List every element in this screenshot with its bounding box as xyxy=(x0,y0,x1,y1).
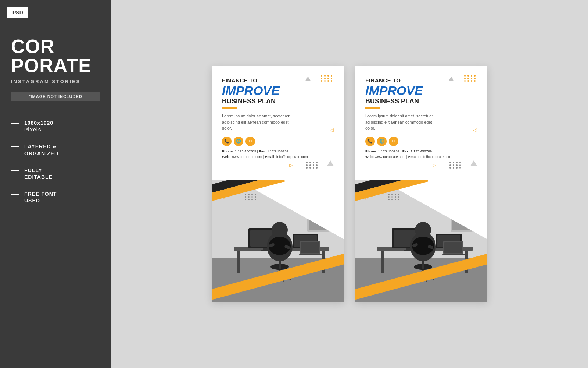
feature-editable: FULLYEDITABLE xyxy=(11,167,100,180)
feature-dash xyxy=(11,146,19,147)
card-2-top-section: FINANCE TO IMPROVE BUSINESS PLAN ◁ Lorem… xyxy=(355,66,487,180)
deco-play-lower: ▷ xyxy=(222,195,225,200)
card-top-section: FINANCE TO IMPROVE BUSINESS PLAN ◁ Lorem… xyxy=(212,66,344,180)
svg-rect-4 xyxy=(237,251,240,273)
image-note: *IMAGE NOT INCLUDED xyxy=(11,92,100,101)
card2-deco-triangle-top xyxy=(448,77,454,81)
phone-label: Phone: xyxy=(222,149,234,153)
card-contact-text: Phone: 1.123.456789 | Fax: 1.123.456789 … xyxy=(222,148,334,159)
email-icon-circle: ✉ xyxy=(245,137,255,146)
card-headline-line1: FINANCE TO xyxy=(222,77,334,84)
card2-headline-line1: FINANCE TO xyxy=(365,77,477,84)
feature-font: FREE FONTUSED xyxy=(11,191,100,204)
phone-icon-circle: 📞 xyxy=(222,137,232,146)
card2-fax-label: Fax: xyxy=(402,149,410,153)
deco-dots-top xyxy=(321,75,333,82)
deco-arrow-right: ◁ xyxy=(330,127,334,133)
svg-rect-25 xyxy=(299,254,322,255)
card-contact-icons: 📞 🌐 ✉ xyxy=(222,137,334,146)
feature-font-text: FREE FONTUSED xyxy=(24,191,57,204)
card2-deco-triangle-mid xyxy=(470,160,477,166)
deco-triangle-top xyxy=(305,77,311,81)
card2-underline-accent xyxy=(365,107,380,109)
svg-rect-53 xyxy=(442,254,465,255)
globe-icon-circle: 🌐 xyxy=(234,137,243,146)
feature-layered-text: LAYERED &ORGANIZED xyxy=(24,143,58,156)
card2-phone-label: Phone: xyxy=(365,149,377,153)
deco-triangle-mid xyxy=(327,160,334,166)
card2-headline-line3: BUSINESS PLAN xyxy=(365,98,477,105)
card2-contact-icons: 📞 🌐 ✉ xyxy=(365,137,477,146)
feature-layered: LAYERED &ORGANIZED xyxy=(11,143,100,156)
card-1: FINANCE TO IMPROVE BUSINESS PLAN ◁ Lorem… xyxy=(212,66,344,302)
card2-deco-dots-mid xyxy=(449,162,462,169)
deco-play-mid: ▷ xyxy=(289,163,293,168)
card2-contact-text: Phone: 1.123.456789 | Fax: 1.123.456789 … xyxy=(365,148,477,159)
card2-headline-line2: IMPROVE xyxy=(365,84,477,97)
feature-pixels-text: 1080x1920Pixels xyxy=(24,120,53,133)
card-diagonal-area xyxy=(212,166,344,302)
card-description: Lorem ipsum dolor sit amet, sectetuer ad… xyxy=(222,113,295,131)
card-headline-line2: IMPROVE xyxy=(222,84,334,97)
psd-badge: PSD xyxy=(7,7,28,18)
feature-dash xyxy=(11,194,19,195)
deco-dots-lower xyxy=(245,194,257,200)
card2-globe-icon-circle: 🌐 xyxy=(377,137,387,146)
card2-phone-icon-circle: 📞 xyxy=(365,137,375,146)
card-headline-line3: BUSINESS PLAN xyxy=(222,98,334,105)
card2-deco-dots-lower xyxy=(388,194,400,200)
card2-description: Lorem ipsum dolor sit amet, sectetuer ad… xyxy=(365,113,439,131)
sidebar-subtitle: INSTAGRAM STORIES xyxy=(0,75,111,92)
svg-rect-52 xyxy=(444,242,462,253)
main-area: FINANCE TO IMPROVE BUSINESS PLAN ◁ Lorem… xyxy=(111,0,588,368)
svg-rect-18 xyxy=(279,256,281,269)
sidebar-title: CORPORATE xyxy=(0,37,111,75)
web-label: Web: xyxy=(222,155,230,159)
deco-dots-mid xyxy=(306,162,318,169)
card2-email-icon-circle: ✉ xyxy=(389,137,398,146)
feature-pixels: 1080x1920Pixels xyxy=(11,120,100,133)
fax-label: Fax: xyxy=(259,149,266,153)
feature-dash xyxy=(11,123,19,124)
card2-deco-play-lower: ▷ xyxy=(365,195,369,200)
email-label: Email: xyxy=(265,155,276,159)
card-underline-accent xyxy=(222,107,237,109)
feature-dash xyxy=(11,170,19,171)
svg-rect-32 xyxy=(381,251,384,273)
card2-deco-arrow-right: ◁ xyxy=(473,127,477,133)
card2-deco-play-mid: ▷ xyxy=(433,163,436,168)
sidebar-features: 1080x1920Pixels LAYERED &ORGANIZED FULLY… xyxy=(0,112,111,368)
card2-web-label: Web: xyxy=(365,155,374,159)
psd-label: PSD xyxy=(12,10,23,15)
svg-rect-24 xyxy=(301,242,319,253)
card2-deco-dots-top xyxy=(464,75,476,82)
card2-diagonal-area xyxy=(355,166,487,302)
svg-rect-46 xyxy=(422,256,424,269)
card-2: FINANCE TO IMPROVE BUSINESS PLAN ◁ Lorem… xyxy=(355,66,487,302)
card2-email-label: Email: xyxy=(408,155,419,159)
feature-editable-text: FULLYEDITABLE xyxy=(24,167,53,180)
sidebar: PSD CORPORATE INSTAGRAM STORIES *IMAGE N… xyxy=(0,0,111,368)
